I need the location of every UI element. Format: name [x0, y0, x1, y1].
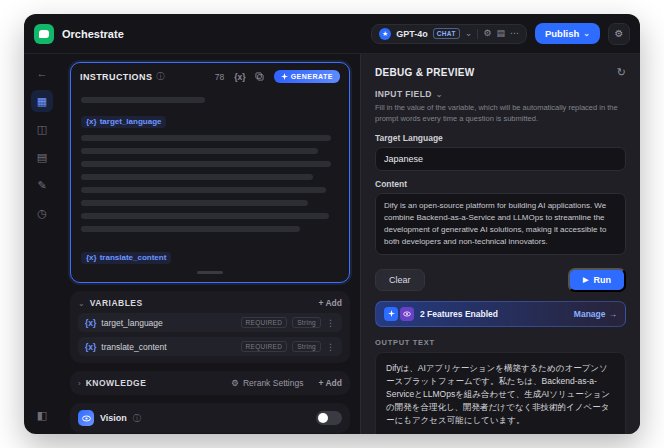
variables-section: ⌄ VARIABLES + Add {x} target_language RE…: [70, 291, 350, 363]
chevron-down-icon[interactable]: ⌄: [436, 90, 443, 99]
content-textarea[interactable]: Dify is an open-source platform for buil…: [375, 193, 626, 255]
required-badge: REQUIRED: [241, 341, 288, 352]
target-language-input[interactable]: [375, 147, 626, 171]
prompt-log-icon[interactable]: ▤: [496, 29, 505, 38]
vision-toggle[interactable]: [316, 411, 342, 425]
text-skeleton: [81, 187, 326, 193]
app-settings-icon[interactable]: ⚙: [608, 23, 630, 45]
vision-icon: [78, 410, 94, 426]
nav-logs-icon[interactable]: ▤: [31, 146, 53, 168]
variable-name: translate_content: [101, 342, 166, 352]
prompt-content[interactable]: {x} target_language {x}: [71, 86, 349, 282]
page-title: Orchestrate: [62, 28, 124, 40]
vision-label: Vision: [100, 413, 127, 423]
sliders-icon: ⚙: [231, 378, 239, 388]
info-icon: ⓘ: [133, 413, 141, 424]
field-label-content: Content: [375, 179, 626, 189]
manage-features-button[interactable]: Manage →: [574, 309, 617, 319]
input-field-title: INPUT FIELD: [375, 89, 432, 99]
collapse-panel-icon[interactable]: ◧: [31, 404, 53, 426]
variables-title: VARIABLES: [90, 298, 143, 308]
icon-sidebar: ← ▦ ◫ ▤ ✎ ◷ ◧: [24, 54, 60, 434]
variable-row[interactable]: {x} translate_content REQUIRED String ⋮: [78, 337, 342, 356]
nav-orchestrate-icon[interactable]: ▦: [31, 90, 53, 112]
nav-api-access-icon[interactable]: ◫: [31, 118, 53, 140]
generate-label: GENERATE: [291, 73, 333, 80]
features-bar[interactable]: 2 Features Enabled Manage →: [375, 301, 626, 327]
text-skeleton: [81, 148, 318, 154]
play-icon: ▶: [583, 276, 588, 284]
app-logo-icon: [34, 24, 54, 44]
nav-monitoring-icon[interactable]: ◷: [31, 202, 53, 224]
generate-button[interactable]: GENERATE: [274, 70, 340, 83]
instructions-editor[interactable]: INSTRUCTIONS ⓘ 78 {x} GENERATE: [70, 62, 350, 283]
variable-token: {x}: [86, 117, 97, 126]
feature-prompt-icon: [384, 307, 398, 321]
input-field-description: Fill in the value of the variable, which…: [375, 103, 626, 125]
app-window: Orchestrate ★ GPT-4o CHAT ⌄ ⚙ ▤ ⋯ Publis…: [24, 14, 640, 434]
variable-token: {x}: [86, 253, 97, 262]
output-card: Difyは、AIアプリケーションを構築するためのオープンソースプラットフォームで…: [375, 352, 626, 434]
debug-preview-title: DEBUG & PREVIEW: [375, 67, 475, 78]
variable-chip[interactable]: {x} translate_content: [81, 252, 171, 264]
copy-icon[interactable]: [255, 72, 264, 81]
text-skeleton: [81, 200, 308, 206]
publish-label: Publish: [545, 28, 579, 39]
variable-menu-icon[interactable]: ⋮: [326, 318, 335, 328]
rerank-settings-button[interactable]: ⚙ Rerank Settings: [231, 378, 303, 388]
debug-preview-panel: DEBUG & PREVIEW ↻ INPUT FIELD ⌄ Fill in …: [360, 54, 640, 434]
output-text: Difyは、AIアプリケーションを構築するためのオープンソースプラットフォームで…: [386, 362, 615, 428]
scroll-indicator[interactable]: [197, 271, 223, 274]
model-settings-icon[interactable]: ⚙: [483, 29, 491, 38]
more-options-icon[interactable]: ⋯: [510, 29, 519, 38]
chevron-right-icon[interactable]: ›: [78, 379, 81, 388]
variable-chip-label: target_language: [100, 117, 162, 126]
variable-menu-icon[interactable]: ⋮: [326, 342, 335, 352]
run-button[interactable]: ▶ Run: [568, 268, 626, 292]
model-name: GPT-4o: [396, 29, 428, 39]
variable-token: {x}: [85, 342, 96, 352]
add-knowledge-button[interactable]: + Add: [318, 378, 342, 388]
top-header: Orchestrate ★ GPT-4o CHAT ⌄ ⚙ ▤ ⋯ Publis…: [24, 14, 640, 54]
manage-label: Manage: [574, 309, 606, 319]
text-skeleton: [81, 174, 313, 180]
knowledge-title: KNOWLEDGE: [86, 378, 147, 388]
nav-annotations-icon[interactable]: ✎: [31, 174, 53, 196]
chevron-down-icon: ⌄: [465, 29, 473, 38]
required-badge: REQUIRED: [241, 317, 288, 328]
variable-chip[interactable]: {x} target_language: [81, 116, 166, 128]
add-variable-button[interactable]: + Add: [318, 298, 342, 308]
back-icon[interactable]: ←: [31, 62, 53, 84]
text-skeleton: [81, 161, 331, 167]
model-icon: ★: [379, 28, 391, 40]
refresh-icon[interactable]: ↻: [617, 66, 626, 79]
text-skeleton: [81, 213, 329, 219]
vision-section: Vision ⓘ: [70, 403, 350, 433]
info-icon: ⓘ: [156, 71, 164, 82]
text-skeleton: [81, 226, 300, 232]
type-badge[interactable]: String: [292, 317, 321, 328]
output-text-title: OUTPUT TEXT: [375, 338, 626, 347]
variable-chip-label: translate_content: [100, 253, 167, 262]
field-label-target-language: Target Language: [375, 133, 626, 143]
features-enabled-text: 2 Features Enabled: [420, 309, 498, 319]
chevron-down-icon[interactable]: ⌄: [78, 299, 85, 308]
sparkle-icon: [281, 73, 288, 80]
text-skeleton: [81, 135, 331, 141]
text-skeleton: [81, 97, 205, 103]
variable-row[interactable]: {x} target_language REQUIRED String ⋮: [78, 313, 342, 332]
feature-vision-icon: [400, 307, 414, 321]
arrow-right-icon: →: [609, 309, 618, 319]
type-badge[interactable]: String: [292, 341, 321, 352]
insert-variable-icon[interactable]: {x}: [234, 72, 245, 82]
char-count: 78: [215, 72, 224, 82]
clear-button[interactable]: Clear: [375, 269, 425, 291]
run-label: Run: [594, 275, 612, 285]
knowledge-section: › KNOWLEDGE ⚙ Rerank Settings + Add: [70, 371, 350, 395]
model-mode-badge: CHAT: [433, 28, 460, 39]
model-selector[interactable]: ★ GPT-4o CHAT ⌄ ⚙ ▤ ⋯: [371, 24, 527, 44]
instructions-title: INSTRUCTIONS: [80, 72, 152, 82]
rerank-settings-label: Rerank Settings: [243, 378, 303, 388]
publish-button[interactable]: Publish ⌄: [535, 23, 600, 44]
chevron-down-icon: ⌄: [583, 30, 590, 38]
